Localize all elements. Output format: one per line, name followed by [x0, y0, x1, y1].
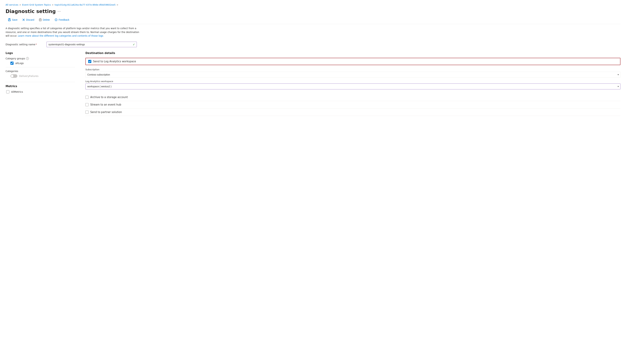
metrics-section: Metrics AllMetrics	[5, 84, 75, 93]
archive-row: Archive to a storage account	[85, 94, 621, 101]
partner-checkbox[interactable]	[85, 111, 88, 114]
subscription-group: Subscription Contoso subscription ▾	[85, 68, 621, 78]
setting-name-input-wrapper: ✓	[46, 42, 137, 47]
breadcrumb-sep-2: >	[52, 4, 54, 6]
feedback-icon	[55, 18, 57, 21]
all-logs-row: allLogs	[5, 62, 75, 65]
breadcrumb-sep-1: >	[19, 4, 21, 6]
feedback-label: Feedback	[59, 18, 69, 21]
right-panel: Destination details Send to Log Analytic…	[85, 51, 621, 116]
logs-section: Logs Category groups i allLogs Categorie…	[5, 51, 75, 78]
category-groups-label: Category groups i	[5, 57, 75, 60]
setting-name-input[interactable]	[46, 42, 137, 47]
logs-separator	[5, 67, 75, 67]
destination-title: Destination details	[85, 51, 621, 55]
log-analytics-workspace-select-wrapper: workspace ( westus2 ) ▾	[85, 83, 621, 89]
delivery-toggle-wrapper	[10, 74, 17, 78]
page-title: Diagnostic setting	[5, 8, 56, 14]
subscription-select-wrapper: Contoso subscription ▾	[85, 72, 621, 78]
delete-icon	[39, 18, 41, 21]
stream-checkbox[interactable]	[85, 103, 88, 106]
category-groups-info-icon[interactable]: i	[26, 57, 29, 60]
partner-label: Send to partner solution	[90, 111, 122, 114]
all-logs-label: allLogs	[15, 62, 24, 65]
svg-rect-5	[39, 19, 41, 21]
stream-row: Stream to an event hub	[85, 101, 621, 109]
log-analytics-checkbox-visual	[88, 60, 91, 63]
all-metrics-label: AllMetrics	[11, 90, 23, 93]
logs-section-title: Logs	[5, 51, 75, 55]
log-analytics-workspace-group: Log Analytics workspace workspace ( west…	[85, 80, 621, 89]
learn-more-link[interactable]: Learn more about the different log categ…	[18, 34, 103, 37]
save-label: Save	[12, 18, 18, 21]
svg-rect-1	[9, 19, 10, 19]
archive-checkbox[interactable]	[85, 96, 88, 99]
log-analytics-label: Send to Log Analytics workspace	[93, 60, 136, 63]
setting-name-row: Diagnostic setting name* ✓	[5, 42, 621, 47]
all-metrics-row: AllMetrics	[5, 90, 75, 93]
breadcrumb-sep-3: >	[117, 4, 118, 6]
subscription-label: Subscription	[85, 68, 621, 71]
svg-rect-2	[9, 20, 10, 21]
main-content: Logs Category groups i allLogs Categorie…	[5, 51, 621, 116]
send-to-log-analytics-row: Send to Log Analytics workspace	[85, 58, 621, 65]
log-analytics-workspace-select[interactable]: workspace ( westus2 )	[85, 83, 621, 89]
breadcrumb-topic[interactable]: topic01stg-811a624a-8a77-437e-89de-dfeb5…	[55, 3, 116, 6]
all-logs-checkbox[interactable]	[10, 62, 14, 65]
delete-label: Delete	[43, 18, 50, 21]
partner-row: Send to partner solution	[85, 109, 621, 116]
delivery-toggle-slider	[10, 74, 17, 78]
breadcrumb-event-grid[interactable]: Event Grid System Topics	[22, 3, 51, 6]
svg-point-11	[56, 19, 56, 19]
save-icon	[8, 18, 11, 21]
discard-icon	[22, 19, 25, 21]
discard-label: Discard	[26, 18, 34, 21]
title-ellipsis[interactable]: ···	[57, 9, 61, 13]
toolbar: Save Discard Delete	[5, 17, 621, 24]
save-button[interactable]: Save	[5, 17, 20, 22]
required-star: *	[36, 43, 37, 46]
breadcrumb-all-services[interactable]: All services	[5, 3, 18, 6]
delivery-failures-label: DeliveryFailures	[19, 75, 38, 78]
categories-label: Categories	[5, 70, 75, 73]
delivery-failures-toggle[interactable]	[10, 74, 17, 78]
discard-button[interactable]: Discard	[20, 17, 37, 22]
svg-rect-7	[40, 19, 41, 19]
delivery-failures-row: DeliveryFailures	[5, 74, 75, 78]
input-valid-icon: ✓	[133, 43, 135, 46]
log-analytics-workspace-label: Log Analytics workspace	[85, 80, 621, 83]
all-metrics-checkbox[interactable]	[6, 90, 9, 93]
delete-button[interactable]: Delete	[37, 17, 52, 22]
stream-label: Stream to an event hub	[90, 103, 121, 106]
page-title-container: Diagnostic setting ···	[5, 8, 621, 14]
breadcrumb: All services > Event Grid System Topics …	[5, 3, 621, 6]
setting-name-label: Diagnostic setting name*	[5, 43, 44, 46]
subscription-select[interactable]: Contoso subscription	[85, 72, 621, 78]
description: A diagnostic setting specifies a list of…	[5, 27, 141, 38]
feedback-button[interactable]: Feedback	[52, 17, 72, 22]
metrics-section-title: Metrics	[5, 84, 75, 88]
left-panel: Logs Category groups i allLogs Categorie…	[5, 51, 75, 116]
archive-label: Archive to a storage account	[90, 96, 128, 99]
